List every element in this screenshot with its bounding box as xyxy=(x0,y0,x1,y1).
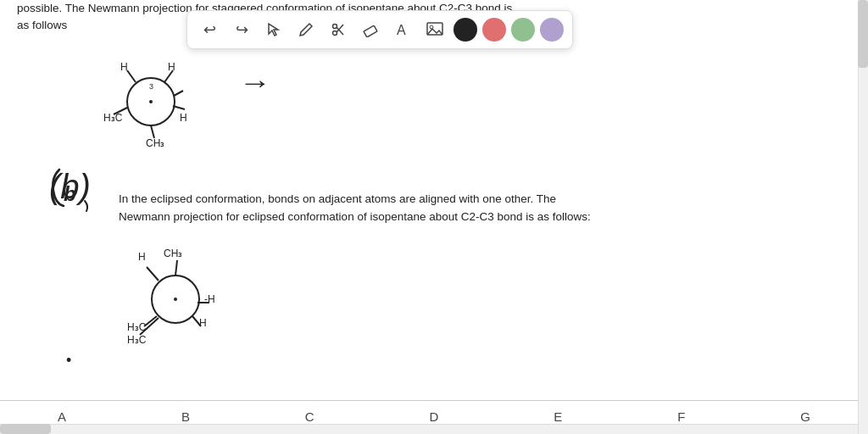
select-tool-button[interactable] xyxy=(260,16,287,43)
svg-text:H: H xyxy=(120,61,128,73)
svg-line-30 xyxy=(175,260,177,275)
text-b-line2: Newmann projection for eclipsed conforma… xyxy=(119,210,591,223)
svg-text:H: H xyxy=(180,112,187,124)
svg-line-19 xyxy=(174,91,183,96)
dot-marker: • xyxy=(66,352,71,370)
text-b: In the eclipsed conformation, bonds on a… xyxy=(119,191,843,226)
redo-button[interactable]: ↪ xyxy=(228,16,255,43)
drawing-toolbar: ↩ ↪ A xyxy=(186,10,573,49)
color-black[interactable] xyxy=(453,18,477,42)
eraser-tool-button[interactable] xyxy=(357,16,384,43)
text-top-line2: as follows xyxy=(17,19,67,31)
scrollbar-thumb[interactable] xyxy=(858,0,868,68)
svg-line-14 xyxy=(127,70,136,82)
undo-button[interactable]: ↩ xyxy=(196,16,223,43)
color-purple[interactable] xyxy=(540,18,564,42)
color-green[interactable] xyxy=(511,18,535,42)
svg-text:H: H xyxy=(138,251,146,263)
vertical-scrollbar[interactable] xyxy=(858,0,868,434)
svg-text:b: b xyxy=(64,182,76,205)
svg-text:H₃C: H₃C xyxy=(127,334,147,346)
svg-text:H₃C: H₃C xyxy=(103,112,123,124)
svg-line-17 xyxy=(151,125,154,138)
text-tool-button[interactable]: A xyxy=(389,16,416,43)
svg-point-20 xyxy=(149,100,153,103)
scissors-tool-button[interactable] xyxy=(325,16,352,43)
svg-line-33 xyxy=(147,267,159,281)
svg-text:CH₃: CH₃ xyxy=(164,248,182,259)
scrollbar-bottom-thumb[interactable] xyxy=(0,424,51,434)
text-b-line1: In the eclipsed conformation, bonds on a… xyxy=(119,192,556,205)
svg-rect-4 xyxy=(364,25,377,37)
draw-tool-button[interactable] xyxy=(292,16,320,43)
svg-point-36 xyxy=(174,298,177,301)
arrow-a: ← xyxy=(239,70,271,101)
svg-text:A: A xyxy=(397,23,406,37)
horizontal-scrollbar[interactable] xyxy=(0,424,858,434)
newman-projection-a: H H H₃C H CH₃ 3 xyxy=(102,47,271,159)
image-tool-button[interactable] xyxy=(421,16,448,43)
color-red[interactable] xyxy=(482,18,506,42)
svg-text:3: 3 xyxy=(149,82,153,91)
newman-projection-b: H CH₃ -H H₃C H H₃C xyxy=(123,242,292,363)
svg-text:H: H xyxy=(199,317,207,329)
svg-text:CH₃: CH₃ xyxy=(146,137,164,149)
